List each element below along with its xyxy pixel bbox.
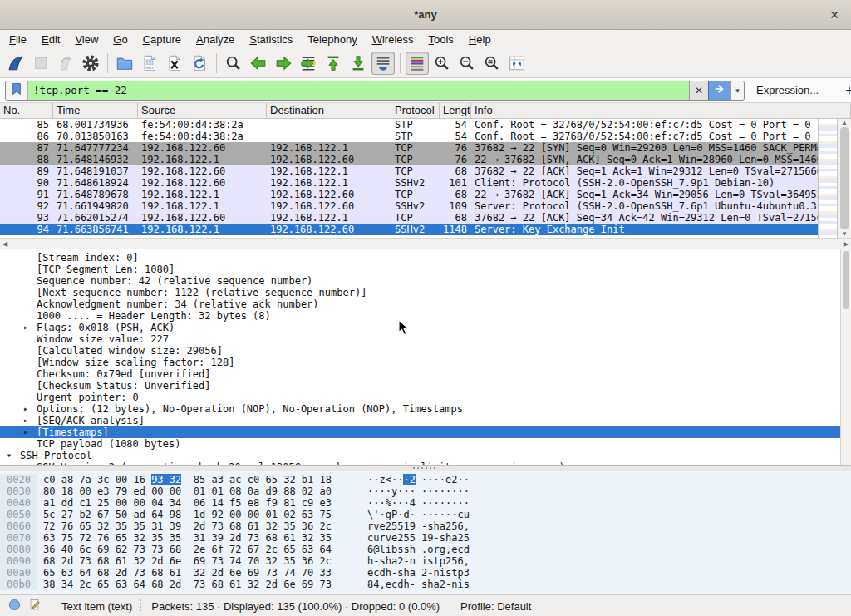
detail-line[interactable]: ▸Flags: 0x018 (PSH, ACK): [0, 322, 851, 333]
packet-row-85[interactable]: 8568.001734936fe:54:00:d4:38:2aSTP54Conf…: [0, 119, 818, 131]
detail-line[interactable]: Urgent pointer: 0: [0, 392, 851, 403]
column-header-no[interactable]: No.: [0, 103, 53, 118]
hex-ascii[interactable]: 6@libssh .org,ecd: [367, 544, 470, 555]
hex-bytes[interactable]: 5c 27 b2 67 50 ad 64 98 1d 92 00 00 01 0…: [37, 509, 367, 520]
hex-bytes[interactable]: 68 2d 73 68 61 32 2d 6e 69 73 74 70 32 3…: [37, 555, 367, 567]
menu-view[interactable]: View: [67, 32, 106, 47]
expert-info-icon[interactable]: [8, 599, 21, 614]
filter-clear-button[interactable]: ✕: [689, 81, 708, 100]
detail-line[interactable]: Sequence number: 42 (relative sequence n…: [0, 275, 851, 287]
zoom-out-button[interactable]: [455, 52, 479, 75]
scrollbar-thumb[interactable]: [840, 127, 849, 229]
filter-dropdown-caret[interactable]: ▾: [730, 81, 744, 100]
capture-comment-icon[interactable]: [29, 599, 42, 614]
go-last-packet-button[interactable]: [347, 52, 370, 75]
packet-row-93[interactable]: 9371.662015274192.168.122.60192.168.122.…: [0, 212, 818, 224]
scroll-up-icon[interactable]: ▲: [841, 119, 848, 126]
detail-line[interactable]: [Window size scaling factor: 128]: [0, 357, 851, 368]
hex-row-0090[interactable]: 009068 2d 73 68 61 32 2d 6e 69 73 74 70 …: [0, 555, 851, 567]
hex-bytes[interactable]: 65 63 64 68 2d 73 68 61 32 2d 6e 69 73 7…: [37, 567, 367, 579]
detail-line[interactable]: ▾SSH Protocol: [0, 450, 851, 461]
go-forward-button[interactable]: [272, 52, 295, 75]
expression-button[interactable]: Expression...: [751, 82, 824, 98]
capture-options-button[interactable]: [79, 52, 102, 75]
detail-line[interactable]: Checksum: 0x79ed [unverified]: [0, 368, 851, 380]
detail-line[interactable]: ▸Options: (12 bytes), No-Operation (NOP)…: [0, 403, 851, 415]
collapsed-arrow-icon[interactable]: ▸: [23, 461, 37, 466]
packet-row-94[interactable]: 9471.663856741192.168.122.1192.168.122.6…: [0, 224, 818, 235]
packet-row-86[interactable]: 8670.013850163fe:54:00:d4:38:2aSTP54Conf…: [0, 131, 818, 142]
find-packet-button[interactable]: [222, 52, 245, 75]
packet-row-87[interactable]: 8771.647777234192.168.122.60192.168.122.…: [0, 142, 818, 154]
column-header-length[interactable]: Length: [440, 103, 471, 118]
scroll-right-icon[interactable]: ▶: [844, 240, 849, 248]
menu-wireless[interactable]: Wireless: [365, 32, 421, 47]
menu-capture[interactable]: Capture: [135, 32, 189, 47]
menu-statistics[interactable]: Statistics: [242, 32, 300, 47]
detail-line[interactable]: [Calculated window size: 29056]: [0, 345, 851, 357]
packet-row-91[interactable]: 9171.648789678192.168.122.1192.168.122.6…: [0, 189, 818, 200]
zoom-reset-button[interactable]: [480, 52, 504, 75]
hex-bytes[interactable]: 63 75 72 76 65 32 35 35 31 39 2d 73 68 6…: [37, 532, 367, 544]
save-capture-button[interactable]: 010101100011: [138, 52, 161, 75]
auto-scroll-toggle[interactable]: [371, 52, 395, 75]
collapsed-arrow-icon[interactable]: ▸: [23, 426, 37, 438]
go-first-packet-button[interactable]: [322, 52, 345, 75]
hex-ascii[interactable]: curve255 19-sha25: [367, 532, 470, 544]
window-close-button[interactable]: ✕: [826, 7, 843, 23]
hex-ascii[interactable]: ····y··· ········: [367, 485, 470, 497]
collapsed-arrow-icon[interactable]: ▸: [23, 403, 37, 415]
collapsed-arrow-icon[interactable]: ▸: [23, 322, 37, 333]
detail-line[interactable]: [Checksum Status: Unverified]: [0, 380, 851, 392]
column-header-source[interactable]: Source: [138, 103, 267, 118]
restart-capture-button[interactable]: [54, 52, 77, 75]
detail-line[interactable]: TCP payload (1080 bytes): [0, 438, 851, 450]
detail-line[interactable]: ▸SSH Version 2 (encryption:chacha20-poly…: [0, 461, 851, 466]
packet-row-92[interactable]: 9271.661949820192.168.122.1192.168.122.6…: [0, 200, 818, 212]
scrollbar-thumb[interactable]: [843, 251, 849, 309]
start-capture-button[interactable]: [4, 52, 27, 75]
hex-ascii[interactable]: \'·gP·d· ······cu: [367, 509, 470, 520]
hex-row-0030[interactable]: 003080 18 00 e3 79 ed 00 00 01 01 08 0a …: [0, 485, 851, 497]
hex-row-0020[interactable]: 0020c0 a8 7a 3c 00 16 93 32 85 a3 ac c0 …: [0, 474, 851, 485]
hex-row-0080[interactable]: 008036 40 6c 69 62 73 73 68 2e 6f 72 67 …: [0, 544, 851, 555]
hex-bytes[interactable]: a1 dd c1 25 00 00 04 34 06 14 f5 e8 f9 8…: [37, 497, 367, 509]
hex-bytes[interactable]: 38 34 2c 65 63 64 68 2d 73 68 61 32 2d 6…: [37, 579, 367, 590]
hex-row-00b0[interactable]: 00b038 34 2c 65 63 64 68 2d 73 68 61 32 …: [0, 579, 851, 590]
hex-ascii[interactable]: ··z<···2 ····e2··: [367, 474, 470, 485]
hex-ascii[interactable]: ecdh-sha 2-nistp3: [367, 567, 470, 579]
collapsed-arrow-icon[interactable]: ▸: [23, 415, 37, 426]
packet-list-minimap[interactable]: [818, 119, 837, 238]
hex-ascii[interactable]: 84,ecdh- sha2-nis: [367, 579, 470, 590]
colorize-toggle[interactable]: [406, 52, 429, 75]
titlebar[interactable]: *any ✕: [0, 0, 851, 30]
filter-add-button[interactable]: +: [837, 83, 851, 98]
menu-help[interactable]: Help: [461, 32, 499, 47]
menu-tools[interactable]: Tools: [421, 32, 461, 47]
menu-analyze[interactable]: Analyze: [189, 32, 242, 47]
filter-bookmark-button[interactable]: [6, 81, 28, 100]
hex-row-0070[interactable]: 007063 75 72 76 65 32 35 35 31 39 2d 73 …: [0, 532, 851, 544]
resize-columns-button[interactable]: [505, 52, 529, 75]
detail-line[interactable]: ▸[SEQ/ACK analysis]: [0, 415, 851, 426]
detail-line[interactable]: ▸[Timestamps]: [0, 426, 851, 438]
go-to-packet-button[interactable]: [297, 52, 320, 75]
packet-row-89[interactable]: 8971.648191037192.168.122.60192.168.122.…: [0, 165, 818, 177]
hex-bytes[interactable]: c0 a8 7a 3c 00 16 93 32 85 a3 ac c0 65 3…: [37, 474, 367, 485]
hex-ascii[interactable]: rve25519 -sha256,: [367, 520, 470, 532]
scroll-left-icon[interactable]: ◀: [2, 240, 7, 248]
detail-line[interactable]: [Stream index: 0]: [0, 252, 851, 264]
zoom-in-button[interactable]: [430, 52, 454, 75]
hex-row-0050[interactable]: 00505c 27 b2 67 50 ad 64 98 1d 92 00 00 …: [0, 509, 851, 520]
column-header-time[interactable]: Time: [53, 103, 138, 118]
menu-file[interactable]: File: [2, 32, 34, 47]
hex-row-0040[interactable]: 0040a1 dd c1 25 00 00 04 34 06 14 f5 e8 …: [0, 497, 851, 509]
open-capture-button[interactable]: [113, 52, 136, 75]
go-back-button[interactable]: [247, 52, 270, 75]
hex-ascii[interactable]: ···%···4 ········: [367, 497, 470, 509]
detail-line[interactable]: 1000 .... = Header Length: 32 bytes (8): [0, 310, 851, 322]
hex-bytes[interactable]: 36 40 6c 69 62 73 73 68 2e 6f 72 67 2c 6…: [37, 544, 367, 555]
hex-bytes[interactable]: 72 76 65 32 35 35 31 39 2d 73 68 61 32 3…: [37, 520, 367, 532]
menu-edit[interactable]: Edit: [34, 32, 67, 47]
stop-capture-button[interactable]: [29, 52, 52, 75]
